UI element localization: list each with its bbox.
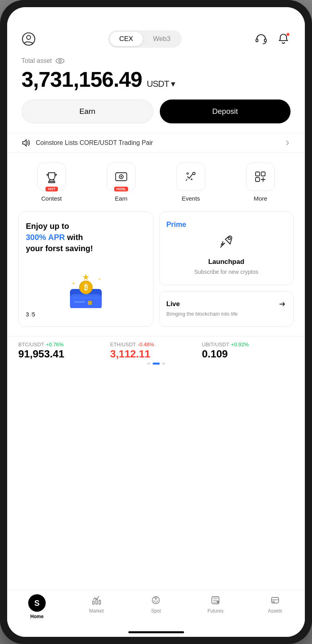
quick-action-events[interactable]: Events [176,162,205,202]
svg-point-5 [59,60,61,62]
ticker-ubit[interactable]: UBIT/USDT +0.92% 0.109 [202,341,294,360]
events-label: Events [182,195,200,202]
dot-2 [153,363,160,365]
futures-icon [209,594,221,606]
dot-1 [147,363,150,365]
quick-action-contest[interactable]: HOT Contest [37,162,66,202]
rocket-icon [167,233,287,254]
pagination: 3 /5 [26,311,146,318]
notification-icon[interactable] [276,32,291,46]
svg-marker-17 [72,282,75,285]
launchpad-subtitle: Subscribe for new cryptos [167,268,287,276]
contest-label: Contest [41,195,62,202]
arrow-right-icon [278,300,286,308]
svg-point-4 [56,59,64,63]
earn-icon-box: HODL [107,162,136,191]
launchpad-title: Launchpad [167,258,287,266]
nav-assets[interactable]: Assets [245,594,305,619]
live-subtitle: Bringing the blockchain into life [167,310,287,318]
asset-amount: 3,731,156.49 [21,67,142,92]
eth-pair: ETH/USDT -0.48% [110,341,202,348]
grid-icon [253,170,267,184]
ticker-section: BTC/USDT +0.76% 91,953.41 ETH/USDT -0.48… [7,336,305,378]
svg-marker-16 [83,274,89,280]
svg-rect-24 [74,301,85,303]
web3-tab[interactable]: Web3 [143,32,180,46]
nav-market[interactable]: Market [67,594,126,619]
assets-label: Assets [268,608,282,614]
hot-badge: HOT [45,187,58,191]
live-header: Live [167,300,287,308]
cex-tab[interactable]: CEX [110,32,143,46]
ticker-row: BTC/USDT +0.76% 91,953.41 ETH/USDT -0.48… [18,341,294,360]
svg-point-1 [27,35,31,39]
svg-text:₿: ₿ [84,283,87,291]
svg-rect-29 [93,601,94,604]
home-indicator [7,627,305,637]
quick-action-earn[interactable]: HODL Earn [107,162,136,202]
deposit-button[interactable]: Deposit [160,100,291,123]
dot-3 [162,363,165,365]
trophy-icon [45,170,59,184]
eth-price: 3,112.11 [110,348,202,360]
svg-point-37 [273,601,274,603]
futures-label: Futures [207,608,224,614]
prime-label: Prime [167,221,287,229]
svg-rect-3 [264,39,266,42]
svg-rect-35 [217,601,219,603]
nav-futures[interactable]: Futures [186,594,245,619]
hodl-badge: HODL [114,187,128,191]
market-icon [91,594,103,606]
live-card[interactable]: Live Bringing the blockchain into life [159,291,294,327]
svg-rect-21 [71,294,101,299]
home-icon: S [28,594,46,612]
total-amount: 3,731,156.49 USDT ▾ [21,67,291,92]
promo-text: Enjoy up to 300% APR with your forst sav… [26,221,146,254]
announcement-bar[interactable]: Coinstore Lists CORE/USDT Trading Pair [7,133,305,153]
cards-grid: Enjoy up to 300% APR with your forst sav… [7,211,305,336]
ticker-eth[interactable]: ETH/USDT -0.48% 3,112.11 [110,341,202,360]
ticker-btc[interactable]: BTC/USDT +0.76% 91,953.41 [18,341,110,360]
launchpad-card[interactable]: Prime Launchpad Subscribe for new crypto… [159,211,294,285]
spot-label: Spot [151,608,161,614]
mode-toggle: CEX Web3 [108,30,182,48]
ticker-pagination [18,360,294,370]
wallet-illustration: ₿ [64,272,108,308]
spot-icon [150,594,162,606]
svg-point-11 [193,172,195,175]
nav-icons [254,32,291,46]
announcement-icon [21,138,31,148]
nav-spot[interactable]: Spot [126,594,186,619]
assets-icon [269,594,281,606]
ubit-price: 0.109 [202,348,294,360]
svg-rect-31 [99,600,101,604]
announcement-content: Coinstore Lists CORE/USDT Trading Pair [21,138,153,148]
live-title: Live [167,300,180,308]
quick-action-more[interactable]: More [246,162,275,202]
svg-point-26 [228,237,231,240]
svg-rect-2 [256,39,258,42]
action-buttons: Earn Deposit [7,100,305,133]
asset-section: Total asset 3,731,156.49 USDT ▾ [7,54,305,100]
more-icon-box [246,162,275,191]
support-icon[interactable] [254,32,268,46]
ubit-pair: UBIT/USDT +0.92% [202,341,294,348]
profile-icon[interactable] [21,32,36,46]
announcement-text: Coinstore Lists CORE/USDT Trading Pair [36,139,153,146]
home-label: Home [30,614,43,619]
contest-icon-box: HOT [37,162,66,191]
total-asset-label: Total asset [21,57,291,64]
svg-rect-14 [261,172,265,176]
market-label: Market [89,608,104,614]
bottom-nav: S Home Market [7,590,305,627]
asset-label: Total asset [21,57,52,64]
earn-button[interactable]: Earn [21,100,153,123]
svg-rect-7 [48,181,55,183]
promo-card[interactable]: Enjoy up to 300% APR with your forst sav… [18,211,153,327]
svg-rect-13 [256,172,260,176]
svg-rect-25 [88,301,92,305]
nav-home[interactable]: S Home [7,594,67,619]
eye-icon[interactable] [56,58,64,64]
notification-badge [286,33,290,36]
content-scroll: Total asset 3,731,156.49 USDT ▾ Earn Dep… [7,54,305,590]
